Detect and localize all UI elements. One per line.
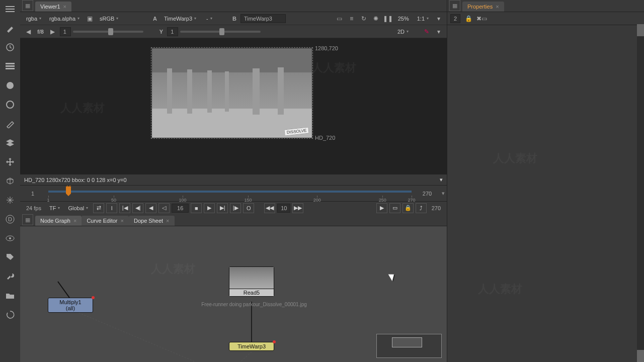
close-icon[interactable]: × — [73, 218, 76, 224]
skip-back-icon[interactable]: ◀◀ — [264, 203, 275, 213]
pen-icon[interactable] — [4, 118, 16, 130]
layers-icon[interactable] — [4, 137, 16, 149]
properties-scrollbar[interactable] — [637, 24, 644, 362]
channel-dropdown[interactable]: rgba▾ — [23, 15, 44, 23]
node-read5[interactable]: Read5 — [229, 266, 274, 297]
timeline-track[interactable]: 16 1 50 100 150 200 250 270 — [48, 186, 412, 202]
roi-icon[interactable]: ✎ — [422, 27, 432, 37]
gain-next-icon[interactable]: ▶ — [48, 27, 58, 37]
current-frame-field[interactable]: 16 — [172, 204, 189, 213]
stop-icon[interactable]: ■ — [191, 203, 202, 213]
timeline-menu-icon[interactable]: ▾ — [440, 190, 447, 197]
close-icon[interactable]: × — [496, 4, 499, 10]
frame-out[interactable]: 270 — [415, 191, 440, 197]
export-icon[interactable]: ⤴ — [416, 203, 427, 213]
timeline[interactable]: 1 16 1 50 100 150 200 250 270 270 ▾ — [20, 185, 447, 201]
lock-icon[interactable]: 🔒 — [403, 203, 414, 213]
in-point-button[interactable]: I — [106, 203, 117, 213]
scrollbar-thumb[interactable] — [637, 350, 644, 362]
sparkle-icon[interactable] — [4, 194, 16, 206]
clear-icon[interactable]: ✖▭ — [476, 14, 487, 24]
prev-key-icon[interactable]: ◀| — [132, 203, 143, 213]
alpha-dropdown[interactable]: rgba.alpha▾ — [46, 15, 83, 23]
scope-dropdown[interactable]: Global▾ — [65, 204, 91, 212]
pane-handle-icon[interactable]: ▦ — [22, 0, 33, 11]
viewer-menu-icon[interactable]: ▾ — [434, 27, 444, 37]
tab-node-graph[interactable]: Node Graph × — [35, 216, 82, 226]
fps-label: 24 fps — [23, 205, 44, 211]
snapshot-icon[interactable]: ▭ — [335, 14, 345, 24]
close-icon[interactable]: × — [63, 4, 66, 10]
tool-menu-icon[interactable] — [4, 3, 16, 15]
proxy-icon[interactable]: ✺ — [371, 14, 381, 24]
fstop-value[interactable]: 1 — [60, 27, 71, 36]
gain-prev-icon[interactable]: ◀ — [23, 27, 33, 37]
colorspace-dropdown[interactable]: sRGB▾ — [97, 15, 132, 23]
viewer-settings-icon[interactable]: ▾ — [434, 14, 444, 24]
tab-properties[interactable]: Properties × — [462, 2, 504, 12]
folder-icon[interactable] — [4, 290, 16, 302]
zoom-dropdown[interactable]: 25% — [395, 15, 412, 23]
out-point-button[interactable]: O — [243, 203, 254, 213]
play-icon[interactable]: ▶ — [204, 203, 215, 213]
node-graph[interactable]: Multiply1 (all) Read5 Free-runner doing … — [20, 226, 447, 362]
step-back-icon[interactable]: ◀ — [145, 203, 156, 213]
gamma-slider[interactable] — [180, 31, 261, 33]
wrench-icon[interactable] — [4, 270, 16, 283]
brush-icon[interactable] — [4, 22, 16, 34]
pane-handle-icon[interactable]: ▦ — [449, 0, 460, 11]
record-icon[interactable]: ▶ — [376, 203, 387, 213]
lock-icon[interactable]: 🔒 — [463, 14, 473, 24]
fstop-label: f/8 — [37, 29, 44, 35]
range-icon[interactable]: ▭ — [389, 203, 400, 213]
skip-field[interactable]: 10 — [277, 204, 290, 213]
tab-viewer1[interactable]: Viewer1 × — [35, 2, 71, 12]
loop-icon[interactable]: ⇄ — [93, 203, 104, 213]
close-icon[interactable]: × — [166, 218, 169, 224]
pause-icon[interactable]: ❚❚ — [383, 14, 393, 24]
eye-icon[interactable] — [4, 232, 16, 244]
ratio-dropdown[interactable]: 1:1▾ — [414, 15, 432, 23]
svg-point-7 — [7, 82, 14, 89]
gain-slider[interactable] — [73, 31, 143, 33]
info-menu-icon[interactable]: ▾ — [440, 176, 443, 183]
skip-fwd-icon[interactable]: ▶▶ — [292, 203, 303, 213]
clip-icon[interactable]: ▣ — [85, 14, 95, 24]
input-b-field[interactable]: TimeWarp3 — [240, 14, 286, 23]
tag-icon[interactable] — [4, 251, 16, 263]
swirl-icon[interactable] — [4, 309, 16, 321]
pane-handle-icon[interactable]: ▦ — [22, 214, 33, 225]
props-count[interactable]: 2 — [450, 14, 460, 23]
tab-dope-sheet[interactable]: Dope Sheet × — [129, 216, 175, 226]
cube-icon[interactable] — [4, 175, 16, 187]
d-icon[interactable]: D — [4, 213, 16, 225]
properties-toolbar: 2 🔒 ✖▭ — [447, 12, 644, 25]
move-icon[interactable] — [4, 156, 16, 168]
navigator[interactable] — [376, 334, 442, 358]
rows-icon[interactable] — [4, 60, 16, 72]
wipe-dropdown[interactable]: -▾ — [203, 15, 228, 23]
tab-curve-editor[interactable]: Curve Editor × — [82, 216, 129, 226]
sphere-icon[interactable] — [4, 79, 16, 92]
timecode-mode-dropdown[interactable]: TF▾ — [46, 204, 63, 212]
step-fwd-icon[interactable]: ▶| — [217, 203, 228, 213]
view-mode-dropdown[interactable]: 2D▾ — [394, 28, 420, 36]
frame-in[interactable]: 1 — [20, 191, 45, 197]
close-icon[interactable]: × — [121, 218, 124, 224]
circle-icon[interactable] — [4, 99, 16, 111]
refresh-icon[interactable]: ↻ — [359, 14, 369, 24]
svg-line-13 — [58, 282, 69, 298]
error-dot-icon — [92, 296, 95, 299]
play-back-icon[interactable]: ◁ — [158, 203, 170, 213]
overlay-icon[interactable]: ≡ — [347, 14, 357, 24]
scrollbar-thumb[interactable] — [637, 24, 644, 36]
next-key-icon[interactable]: |▶ — [230, 203, 241, 213]
node-timewarp3[interactable]: TimeWarp3 — [229, 342, 274, 351]
input-a-dropdown[interactable]: TimeWarp3▾ — [161, 15, 201, 23]
playhead-icon[interactable] — [66, 187, 71, 194]
viewer-canvas[interactable]: DISSOLVE 1280,720 HD_720 — [20, 38, 447, 174]
gamma-value[interactable]: 1 — [167, 27, 178, 36]
go-start-icon[interactable]: |◀ — [119, 203, 130, 213]
clock-icon[interactable] — [4, 41, 16, 53]
node-multiply1[interactable]: Multiply1 (all) — [48, 298, 93, 313]
